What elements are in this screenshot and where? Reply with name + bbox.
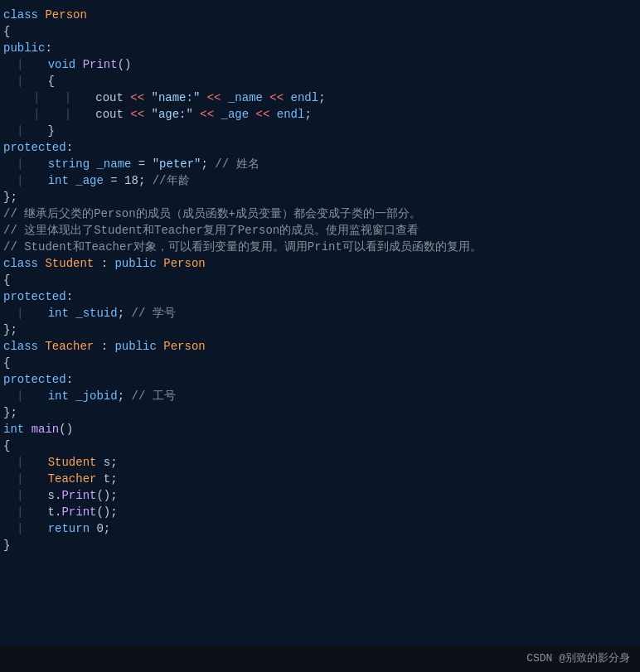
line-20: }; [0,321,640,338]
line-11: | int _age = 18; //年龄 [0,172,640,189]
line-17: { [0,272,640,288]
line-29: | Teacher t; [0,471,640,487]
line-13: // 继承后父类的Person的成员（成员函数+成员变量）都会变成子类的一部分。 [0,205,640,222]
line-1: class Person [0,7,640,23]
line-24: | int _jobid; // 工号 [0,388,640,404]
code-block: class Person { public: | void Print() | … [0,0,640,646]
footer-watermark: CSDN @别致的影分身 [526,650,630,665]
line-15: // Student和Teacher对象，可以看到变量的复用。调用Print可以… [0,239,640,255]
line-9: protected: [0,139,640,156]
line-6: | | cout << "name:" << _name << endl; [0,89,640,106]
line-26: int main() [0,421,640,438]
line-5: | { [0,73,640,89]
line-19: | int _stuid; // 学号 [0,305,640,321]
line-4: | void Print() [0,56,640,73]
line-25: }; [0,404,640,421]
line-8: | } [0,123,640,139]
line-23: protected: [0,371,640,388]
line-27: { [0,438,640,454]
line-31: | t.Print(); [0,504,640,520]
line-21: class Teacher : public Person [0,338,640,355]
line-12: }; [0,189,640,205]
line-14: // 这里体现出了Student和Teacher复用了Person的成员。使用监… [0,222,640,239]
line-28: | Student s; [0,454,640,471]
line-32: | return 0; [0,520,640,537]
line-16: class Student : public Person [0,255,640,272]
line-30: | s.Print(); [0,487,640,504]
line-3: public: [0,40,640,56]
line-18: protected: [0,288,640,305]
line-33: } [0,537,640,554]
line-2: { [0,23,640,40]
line-10: | string _name = "peter"; // 姓名 [0,156,640,172]
line-22: { [0,355,640,371]
line-7: | | cout << "age:" << _age << endl; [0,106,640,123]
